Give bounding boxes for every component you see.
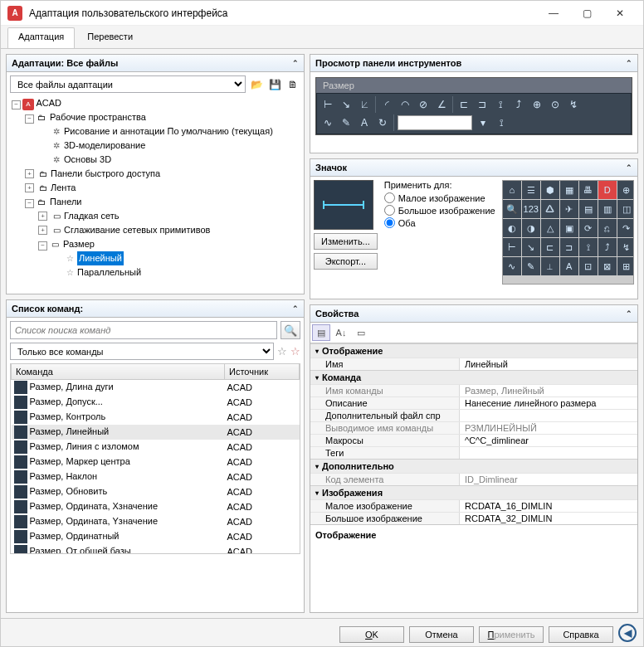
icon-library-grid[interactable]: ⌂☰⬢▦🖶D⊕ 🔍123🛆✈▤▥◫ ◐◑△▣⟳⎌↷ ⊢↘⊏⊐⟟⤴↯ ∿✎⟂A⊡⊠… <box>502 180 634 285</box>
tab-transfer[interactable]: Перевести <box>76 27 144 48</box>
ok-button[interactable]: OOKK <box>339 626 404 643</box>
icon-panel: Значок ⌃ Изменить... Экспорт... Применит… <box>310 158 638 299</box>
collapse-icon[interactable]: ⌃ <box>292 304 299 313</box>
toolbar-preview-panel: Просмотр панели инструментов ⌃ Размер ⊢↘… <box>310 54 638 153</box>
help-button[interactable]: Справка <box>549 626 613 643</box>
command-table[interactable]: Команда Источник Размер, Длина дугиACADР… <box>10 363 300 554</box>
command-filter-combo[interactable]: Только все команды <box>10 343 274 360</box>
radio-both[interactable]: Оба <box>384 216 495 229</box>
tree-node-linear[interactable]: Линейный <box>77 251 124 265</box>
table-row[interactable]: Размер, Линия с изломомACAD <box>12 440 300 455</box>
radio-small[interactable]: Малое изображение <box>384 192 495 204</box>
table-row[interactable]: Размер, Ордината, XзначениеACAD <box>12 499 300 514</box>
table-row[interactable]: Размер, ОбновитьACAD <box>12 484 300 499</box>
table-row[interactable]: Размер, КонтрольACAD <box>12 410 300 425</box>
tab-customize[interactable]: Адаптация <box>7 27 75 48</box>
collapse-icon[interactable]: ⌃ <box>626 163 632 172</box>
new-command-icon[interactable]: ☆ <box>277 345 287 358</box>
apply-for-group: Применить для: Малое изображение Большое… <box>384 180 495 295</box>
titlebar: A Адаптация пользовательского интерфейса… <box>1 1 643 26</box>
save-as-icon[interactable]: 🗎 <box>285 77 300 92</box>
prop-pages-icon[interactable]: ▭ <box>352 324 370 341</box>
preview-toolbar: ⊢↘⟀ ◜◠⊘∠ ⊏⊐⟟⤴ ⊕⊙↯ ∿✎A↻ ▾⟟ <box>316 93 632 134</box>
table-row[interactable]: Размер, ЛинейныйACAD <box>12 425 300 440</box>
collapse-icon[interactable]: ⌃ <box>626 59 632 67</box>
apply-button[interactable]: Применить <box>479 626 544 643</box>
expand-button[interactable]: ◀ <box>618 624 637 642</box>
icon-panel-title: Значок <box>315 163 347 173</box>
properties-panel: Свойства ⌃ ▤ A↓ ▭ ▾Отображение ИмяЛинейн… <box>310 304 638 613</box>
collapse-icon[interactable]: ⌃ <box>292 59 299 67</box>
preview-tab: Размер <box>316 78 361 93</box>
table-row[interactable]: Размер, Маркер центраACAD <box>12 455 300 469</box>
table-row[interactable]: Размер, ОрдинатныйACAD <box>12 529 300 544</box>
edit-icon-button[interactable]: Изменить... <box>314 233 378 250</box>
col-command[interactable]: Команда <box>12 364 225 380</box>
properties-title: Свойства <box>315 309 359 319</box>
command-list-panel: Список команд: ⌃ 🔍 Только все команды ☆ … <box>6 299 305 613</box>
icon-preview <box>314 180 373 230</box>
maximize-button[interactable]: ▢ <box>570 2 603 25</box>
minimize-button[interactable]: — <box>537 2 570 25</box>
categorized-view-icon[interactable]: ▤ <box>312 324 330 341</box>
tab-bar: Адаптация Перевести <box>1 26 643 49</box>
collapse-icon[interactable]: ⌃ <box>626 309 632 318</box>
table-row[interactable]: Размер, НаклонACAD <box>12 469 300 484</box>
table-row[interactable]: Размер, Ордината, YзначениеACAD <box>12 514 300 529</box>
alpha-view-icon[interactable]: A↓ <box>332 324 350 341</box>
property-grid[interactable]: ▾Отображение ИмяЛинейный ▾Команда Имя ко… <box>310 343 637 524</box>
window-title: Адаптация пользовательского интерфейса <box>29 7 537 19</box>
export-icon-button[interactable]: Экспорт... <box>314 253 378 270</box>
command-search-input[interactable] <box>10 321 277 339</box>
table-row[interactable]: Размер, От общей базыACAD <box>12 544 300 554</box>
cui-file-combo[interactable]: Все файлы адаптации <box>10 75 246 93</box>
property-description: Отображение <box>310 524 637 566</box>
adaptations-panel: Адаптации: Все файлы ⌃ Все файлы адаптац… <box>6 54 305 294</box>
adaptations-title: Адаптации: Все файлы <box>12 58 118 68</box>
cui-tree[interactable]: −A ACAD −🗀 Рабочие пространства ✲ Рисова… <box>10 96 300 279</box>
cancel-button[interactable]: Отмена <box>409 626 474 643</box>
radio-large[interactable]: Большое изображение <box>384 204 495 216</box>
save-icon[interactable]: 💾 <box>267 77 282 92</box>
remove-command-icon[interactable]: ☆ <box>290 345 300 358</box>
table-row[interactable]: Размер, Допуск...ACAD <box>12 395 300 410</box>
app-icon: A <box>7 6 22 21</box>
preview-title: Просмотр панели инструментов <box>315 58 461 68</box>
open-icon[interactable]: 📂 <box>249 77 264 92</box>
search-button[interactable]: 🔍 <box>281 321 300 339</box>
close-button[interactable]: ✕ <box>603 2 637 25</box>
command-list-title: Список команд: <box>12 304 83 314</box>
table-row[interactable]: Размер, Длина дугиACAD <box>12 380 300 396</box>
col-source[interactable]: Источник <box>225 364 300 380</box>
dialog-footer: OOKK Отмена Применить Справка ◀ <box>1 618 643 646</box>
